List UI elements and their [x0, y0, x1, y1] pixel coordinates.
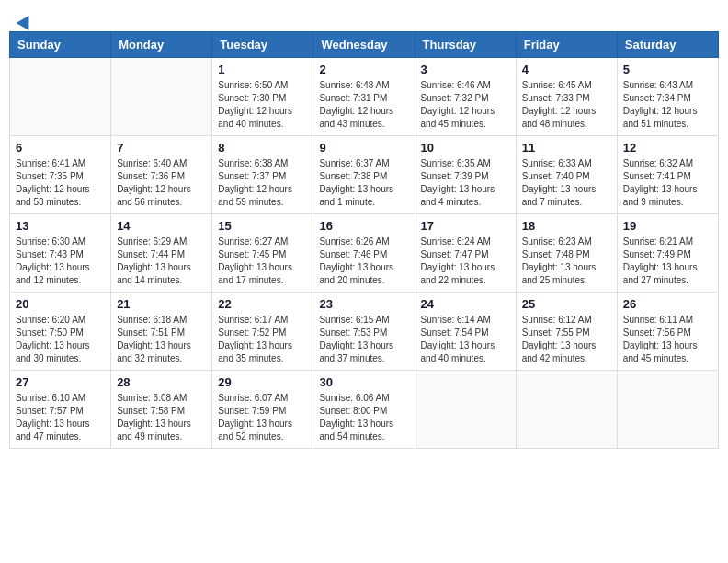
calendar-cell: 7Sunrise: 6:40 AM Sunset: 7:36 PM Daylig… — [111, 136, 212, 214]
calendar-cell: 18Sunrise: 6:23 AM Sunset: 7:48 PM Dayli… — [516, 214, 617, 293]
calendar-cell: 25Sunrise: 6:12 AM Sunset: 7:55 PM Dayli… — [516, 293, 617, 371]
day-info: Sunrise: 6:26 AM Sunset: 7:46 PM Dayligh… — [319, 236, 408, 287]
calendar-week-row: 1Sunrise: 6:50 AM Sunset: 7:30 PM Daylig… — [10, 58, 719, 136]
day-number: 25 — [522, 297, 611, 311]
calendar-cell: 30Sunrise: 6:06 AM Sunset: 8:00 PM Dayli… — [313, 371, 415, 449]
day-info: Sunrise: 6:32 AM Sunset: 7:41 PM Dayligh… — [623, 157, 712, 209]
day-number: 7 — [117, 141, 206, 155]
weekday-header-monday: Monday — [111, 32, 212, 58]
calendar-cell: 5Sunrise: 6:43 AM Sunset: 7:34 PM Daylig… — [617, 58, 718, 136]
calendar-cell: 2Sunrise: 6:48 AM Sunset: 7:31 PM Daylig… — [313, 58, 415, 136]
weekday-header-thursday: Thursday — [415, 32, 516, 58]
calendar-cell: 26Sunrise: 6:11 AM Sunset: 7:56 PM Dayli… — [617, 293, 718, 371]
day-number: 18 — [522, 219, 611, 233]
day-info: Sunrise: 6:27 AM Sunset: 7:45 PM Dayligh… — [218, 236, 307, 287]
calendar-cell: 19Sunrise: 6:21 AM Sunset: 7:49 PM Dayli… — [617, 214, 718, 293]
day-info: Sunrise: 6:18 AM Sunset: 7:51 PM Dayligh… — [117, 314, 206, 365]
calendar-cell: 28Sunrise: 6:08 AM Sunset: 7:58 PM Dayli… — [111, 371, 212, 449]
calendar-cell: 21Sunrise: 6:18 AM Sunset: 7:51 PM Dayli… — [111, 293, 212, 371]
day-number: 17 — [421, 219, 510, 233]
calendar-cell: 10Sunrise: 6:35 AM Sunset: 7:39 PM Dayli… — [415, 136, 516, 214]
day-info: Sunrise: 6:43 AM Sunset: 7:34 PM Dayligh… — [623, 79, 712, 131]
day-info: Sunrise: 6:30 AM Sunset: 7:43 PM Dayligh… — [16, 236, 105, 287]
day-info: Sunrise: 6:46 AM Sunset: 7:32 PM Dayligh… — [421, 79, 510, 131]
day-number: 13 — [16, 219, 105, 233]
calendar-cell: 22Sunrise: 6:17 AM Sunset: 7:52 PM Dayli… — [212, 293, 313, 371]
day-number: 10 — [421, 141, 510, 155]
day-number: 27 — [16, 375, 105, 389]
day-info: Sunrise: 6:10 AM Sunset: 7:57 PM Dayligh… — [16, 392, 105, 443]
day-info: Sunrise: 6:20 AM Sunset: 7:50 PM Dayligh… — [16, 314, 105, 365]
calendar-cell — [516, 371, 617, 449]
day-info: Sunrise: 6:08 AM Sunset: 7:58 PM Dayligh… — [117, 392, 206, 443]
day-number: 24 — [421, 297, 510, 311]
calendar-cell: 12Sunrise: 6:32 AM Sunset: 7:41 PM Dayli… — [617, 136, 718, 214]
calendar-week-row: 13Sunrise: 6:30 AM Sunset: 7:43 PM Dayli… — [10, 214, 719, 293]
calendar-cell: 15Sunrise: 6:27 AM Sunset: 7:45 PM Dayli… — [212, 214, 313, 293]
day-number: 26 — [623, 297, 712, 311]
day-number: 22 — [218, 297, 307, 311]
day-number: 2 — [319, 63, 408, 76]
day-info: Sunrise: 6:23 AM Sunset: 7:48 PM Dayligh… — [522, 236, 611, 287]
calendar-cell: 3Sunrise: 6:46 AM Sunset: 7:32 PM Daylig… — [415, 58, 516, 136]
calendar-cell: 14Sunrise: 6:29 AM Sunset: 7:44 PM Dayli… — [111, 214, 212, 293]
calendar-cell — [10, 58, 111, 136]
calendar-week-row: 20Sunrise: 6:20 AM Sunset: 7:50 PM Dayli… — [10, 293, 719, 371]
day-number: 19 — [623, 219, 712, 233]
calendar-cell: 16Sunrise: 6:26 AM Sunset: 7:46 PM Dayli… — [313, 214, 415, 293]
day-info: Sunrise: 6:11 AM Sunset: 7:56 PM Dayligh… — [623, 314, 712, 365]
day-number: 12 — [623, 141, 712, 155]
logo — [17, 15, 33, 28]
day-info: Sunrise: 6:24 AM Sunset: 7:47 PM Dayligh… — [421, 236, 510, 287]
day-info: Sunrise: 6:38 AM Sunset: 7:37 PM Dayligh… — [218, 157, 307, 209]
weekday-header-friday: Friday — [516, 32, 617, 58]
weekday-header-tuesday: Tuesday — [212, 32, 313, 58]
calendar-cell: 24Sunrise: 6:14 AM Sunset: 7:54 PM Dayli… — [415, 293, 516, 371]
day-number: 4 — [522, 63, 611, 76]
page-header — [9, 9, 719, 28]
day-info: Sunrise: 6:17 AM Sunset: 7:52 PM Dayligh… — [218, 314, 307, 365]
calendar-cell — [111, 58, 212, 136]
day-info: Sunrise: 6:15 AM Sunset: 7:53 PM Dayligh… — [319, 314, 408, 365]
day-info: Sunrise: 6:45 AM Sunset: 7:33 PM Dayligh… — [522, 79, 611, 131]
day-number: 8 — [218, 141, 307, 155]
day-number: 30 — [319, 375, 408, 389]
day-info: Sunrise: 6:14 AM Sunset: 7:54 PM Dayligh… — [421, 314, 510, 365]
calendar-week-row: 6Sunrise: 6:41 AM Sunset: 7:35 PM Daylig… — [10, 136, 719, 214]
day-number: 11 — [522, 141, 611, 155]
day-number: 29 — [218, 375, 307, 389]
calendar-cell: 27Sunrise: 6:10 AM Sunset: 7:57 PM Dayli… — [10, 371, 111, 449]
day-info: Sunrise: 6:33 AM Sunset: 7:40 PM Dayligh… — [522, 157, 611, 209]
day-info: Sunrise: 6:06 AM Sunset: 8:00 PM Dayligh… — [319, 392, 408, 443]
calendar-cell: 1Sunrise: 6:50 AM Sunset: 7:30 PM Daylig… — [212, 58, 313, 136]
calendar-cell: 6Sunrise: 6:41 AM Sunset: 7:35 PM Daylig… — [10, 136, 111, 214]
day-number: 16 — [319, 219, 408, 233]
calendar-week-row: 27Sunrise: 6:10 AM Sunset: 7:57 PM Dayli… — [10, 371, 719, 449]
day-info: Sunrise: 6:12 AM Sunset: 7:55 PM Dayligh… — [522, 314, 611, 365]
day-number: 23 — [319, 297, 408, 311]
calendar-cell: 8Sunrise: 6:38 AM Sunset: 7:37 PM Daylig… — [212, 136, 313, 214]
day-number: 21 — [117, 297, 206, 311]
day-number: 6 — [16, 141, 105, 155]
calendar-cell — [415, 371, 516, 449]
day-info: Sunrise: 6:07 AM Sunset: 7:59 PM Dayligh… — [218, 392, 307, 443]
day-number: 28 — [117, 375, 206, 389]
day-number: 15 — [218, 219, 307, 233]
day-info: Sunrise: 6:21 AM Sunset: 7:49 PM Dayligh… — [623, 236, 712, 287]
calendar-cell: 17Sunrise: 6:24 AM Sunset: 7:47 PM Dayli… — [415, 214, 516, 293]
calendar-cell: 23Sunrise: 6:15 AM Sunset: 7:53 PM Dayli… — [313, 293, 415, 371]
calendar-cell: 11Sunrise: 6:33 AM Sunset: 7:40 PM Dayli… — [516, 136, 617, 214]
day-number: 9 — [319, 141, 408, 155]
day-info: Sunrise: 6:40 AM Sunset: 7:36 PM Dayligh… — [117, 157, 206, 209]
day-info: Sunrise: 6:37 AM Sunset: 7:38 PM Dayligh… — [319, 157, 408, 209]
day-number: 14 — [117, 219, 206, 233]
calendar-cell: 4Sunrise: 6:45 AM Sunset: 7:33 PM Daylig… — [516, 58, 617, 136]
logo-triangle-icon — [17, 12, 36, 30]
day-number: 5 — [623, 63, 712, 76]
day-info: Sunrise: 6:48 AM Sunset: 7:31 PM Dayligh… — [319, 79, 408, 131]
day-info: Sunrise: 6:41 AM Sunset: 7:35 PM Dayligh… — [16, 157, 105, 209]
calendar-cell: 29Sunrise: 6:07 AM Sunset: 7:59 PM Dayli… — [212, 371, 313, 449]
calendar-cell — [617, 371, 718, 449]
day-info: Sunrise: 6:35 AM Sunset: 7:39 PM Dayligh… — [421, 157, 510, 209]
weekday-header-wednesday: Wednesday — [313, 32, 415, 58]
